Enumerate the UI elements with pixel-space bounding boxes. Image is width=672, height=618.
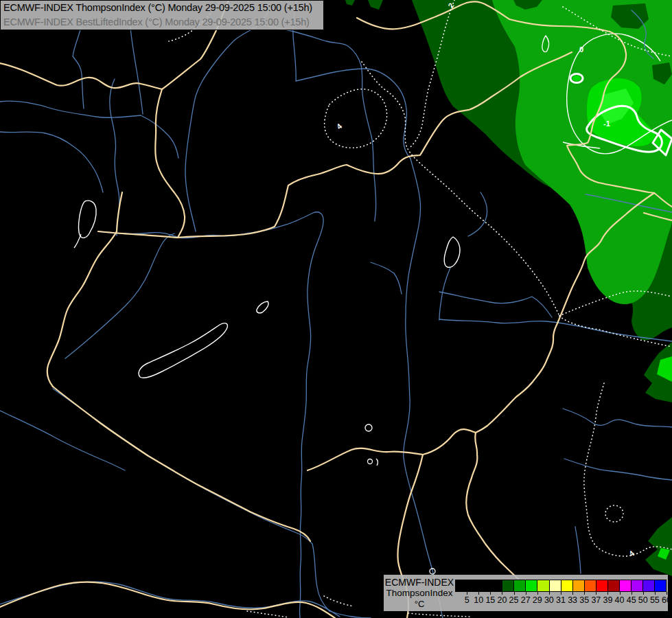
legend-tick-label: 30 — [544, 595, 554, 605]
legend-swatch — [456, 580, 467, 591]
legend-tick-label: 55 — [650, 595, 660, 605]
legend-unit-label: °C — [384, 599, 455, 609]
legend-swatch — [573, 580, 585, 591]
legend-swatch — [632, 580, 643, 591]
legend-tick — [620, 592, 621, 595]
legend-color-bar — [455, 580, 667, 592]
legend-tick-label: 35 — [579, 595, 589, 605]
contour-value-label: 0 — [579, 45, 583, 54]
legend-tick-label: 20 — [497, 595, 507, 605]
legend-swatch — [655, 580, 666, 591]
legend-swatch — [537, 580, 549, 591]
legend-swatch — [526, 580, 537, 591]
legend-tick — [490, 592, 491, 595]
legend-tick-label: 45 — [627, 595, 636, 605]
title-best-lifted-index: ECMWF-INDEX BestLiftedIndex (°C) Monday … — [1, 15, 323, 30]
contour-value-label: -1 — [603, 119, 610, 128]
legend-tick — [514, 592, 515, 595]
legend-text-block: ECMWF-INDEX ThompsonIndex °C — [384, 577, 455, 609]
legend-swatch — [608, 580, 620, 591]
legend-parameter-label: ThompsonIndex — [384, 588, 455, 599]
legend-swatch — [467, 580, 479, 591]
legend-swatch — [479, 580, 491, 591]
legend-tick — [561, 592, 561, 595]
legend-swatch — [620, 580, 632, 591]
legend-tick — [572, 592, 573, 595]
legend-tick — [584, 592, 585, 595]
legend-swatch — [596, 580, 608, 591]
legend-tick — [596, 592, 596, 595]
legend-tick — [549, 592, 550, 595]
legend-tick — [667, 592, 667, 595]
legend-tick-label: 39 — [603, 595, 612, 605]
legend-swatch — [550, 580, 561, 591]
legend-swatch — [585, 580, 596, 591]
legend-tick — [632, 592, 632, 595]
legend-tick-label: 5 — [465, 595, 470, 605]
legend-tick — [526, 592, 526, 595]
weather-map-canvas[interactable]: 240-14 ECMWF-INDEX ThompsonIndex (°C) Mo… — [0, 0, 672, 618]
map-layers — [0, 0, 672, 618]
legend-swatch — [643, 580, 655, 591]
legend-swatch — [502, 580, 514, 591]
legend-model-label: ECMWF-INDEX — [384, 577, 455, 588]
legend-tick — [643, 592, 644, 595]
legend-tick-label: 60 — [662, 595, 671, 605]
legend-swatch — [514, 580, 526, 591]
legend-swatch — [491, 580, 502, 591]
legend-tick — [537, 592, 538, 595]
legend-tick-label: 27 — [521, 595, 531, 605]
legend-tick-label: 10 — [474, 595, 483, 605]
legend-tick-label: 33 — [568, 595, 577, 605]
legend-tick — [607, 592, 608, 595]
legend-tick — [478, 592, 479, 595]
legend-swatch — [561, 580, 573, 591]
legend-tick-label: 31 — [556, 595, 566, 605]
legend-tick-label: 25 — [509, 595, 519, 605]
legend: ECMWF-INDEX ThompsonIndex °C 51015202527… — [384, 575, 668, 611]
title-thompson-index: ECMWF-INDEX ThompsonIndex (°C) Monday 29… — [1, 1, 323, 15]
legend-tick — [467, 592, 467, 595]
legend-tick-label: 29 — [533, 595, 542, 605]
legend-tick-label: 15 — [485, 595, 495, 605]
title-bar: ECMWF-INDEX ThompsonIndex (°C) Monday 29… — [0, 0, 324, 30]
legend-tick-label: 37 — [591, 595, 601, 605]
legend-tick-label: 40 — [615, 595, 625, 605]
legend-tick — [655, 592, 656, 595]
legend-axis: 51015202527293031333537394045505560 — [455, 592, 667, 607]
legend-tick — [502, 592, 502, 595]
legend-tick-label: 50 — [638, 595, 648, 605]
